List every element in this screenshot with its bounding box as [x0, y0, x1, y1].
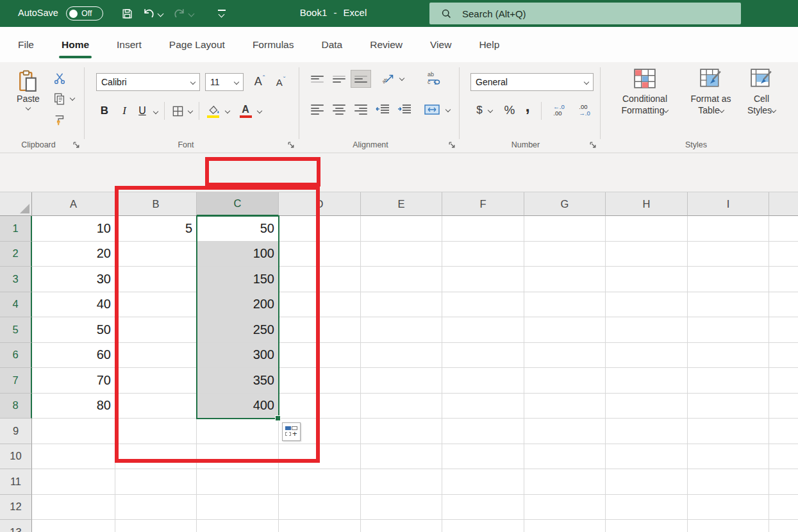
cell-D4[interactable]: [279, 292, 361, 318]
autosave-toggle[interactable]: Off: [66, 6, 103, 21]
alignment-dialog-launcher[interactable]: [448, 141, 456, 149]
column-header-C[interactable]: C: [197, 192, 279, 216]
cell-B8[interactable]: [115, 394, 197, 419]
cell-C4[interactable]: 200: [197, 292, 279, 318]
cell-B13[interactable]: [115, 520, 197, 532]
column-header-B[interactable]: B: [115, 192, 197, 216]
cell-F3[interactable]: [442, 267, 524, 292]
cell-G8[interactable]: [524, 394, 606, 419]
cell-B3[interactable]: [115, 267, 197, 292]
cell-B11[interactable]: [115, 469, 197, 495]
merge-center-dropdown[interactable]: [444, 105, 453, 114]
tab-file[interactable]: File: [17, 35, 35, 54]
row-header-6[interactable]: 6: [0, 343, 32, 369]
cell-A13[interactable]: [32, 520, 115, 532]
wrap-text-button[interactable]: ab c: [424, 69, 444, 87]
align-left-button[interactable]: [308, 101, 327, 118]
column-header-I[interactable]: I: [688, 192, 769, 216]
font-name-select[interactable]: Calibri: [96, 73, 200, 91]
top-align-button[interactable]: [308, 71, 327, 87]
tab-view[interactable]: View: [429, 35, 453, 54]
redo-dropdown[interactable]: [186, 6, 196, 21]
cut-button[interactable]: [51, 70, 68, 87]
column-header-partial[interactable]: [769, 192, 798, 216]
cell-D13[interactable]: [279, 520, 361, 532]
cell-D7[interactable]: [279, 368, 361, 394]
cell-partial-9[interactable]: [769, 419, 798, 444]
cell-C6[interactable]: 300: [197, 343, 279, 369]
font-color-dropdown[interactable]: [255, 106, 264, 115]
cell-partial-2[interactable]: [769, 242, 798, 267]
decrease-font-size-button[interactable]: Aˇ: [272, 73, 290, 91]
cell-partial-5[interactable]: [769, 317, 798, 343]
cell-B10[interactable]: [115, 444, 197, 470]
cell-H4[interactable]: [606, 292, 688, 318]
middle-align-button[interactable]: [329, 71, 349, 87]
cell-A8[interactable]: 80: [32, 394, 115, 419]
cell-H10[interactable]: [606, 444, 688, 470]
cell-F2[interactable]: [442, 242, 524, 267]
currency-format-button[interactable]: $: [473, 101, 486, 119]
column-header-E[interactable]: E: [361, 192, 442, 216]
comma-format-button[interactable]: ,: [522, 97, 533, 115]
cell-D8[interactable]: [279, 394, 361, 419]
row-header-7[interactable]: 7: [0, 368, 32, 394]
underline-dropdown[interactable]: [151, 107, 160, 116]
cell-F1[interactable]: [442, 216, 524, 242]
cell-partial-11[interactable]: [769, 469, 798, 495]
cell-partial-13[interactable]: [769, 520, 798, 532]
cell-E10[interactable]: [361, 444, 442, 470]
cell-I10[interactable]: [688, 444, 769, 470]
conditional-formatting-button[interactable]: Conditional Formatting: [610, 67, 679, 116]
clipboard-dialog-launcher[interactable]: [72, 141, 81, 149]
cell-B1[interactable]: 5: [115, 216, 197, 242]
cell-I8[interactable]: [688, 394, 769, 419]
row-header-2[interactable]: 2: [0, 242, 32, 267]
cell-partial-7[interactable]: [769, 368, 798, 394]
row-header-4[interactable]: 4: [0, 292, 32, 318]
cell-F6[interactable]: [442, 343, 524, 369]
cell-H11[interactable]: [606, 469, 688, 495]
currency-dropdown[interactable]: [486, 106, 495, 115]
cell-D3[interactable]: [279, 267, 361, 292]
orientation-button[interactable]: ab: [379, 69, 397, 87]
cell-E12[interactable]: [361, 495, 442, 520]
cell-B5[interactable]: [115, 317, 197, 343]
tab-help[interactable]: Help: [478, 35, 501, 54]
cell-E4[interactable]: [361, 292, 442, 318]
cell-A9[interactable]: [32, 419, 115, 444]
cell-H9[interactable]: [606, 419, 688, 444]
format-painter-button[interactable]: [51, 112, 68, 129]
cell-G12[interactable]: [524, 495, 606, 520]
cell-F13[interactable]: [442, 520, 524, 532]
cell-E3[interactable]: [361, 267, 442, 292]
cell-I11[interactable]: [688, 469, 769, 495]
column-header-F[interactable]: F: [442, 192, 524, 216]
align-center-button[interactable]: [329, 101, 349, 118]
autofill-options-button[interactable]: +: [282, 422, 301, 441]
cell-partial-4[interactable]: [769, 292, 798, 318]
cell-A2[interactable]: 20: [32, 242, 115, 267]
font-dialog-launcher[interactable]: [287, 141, 295, 149]
tab-home[interactable]: Home: [60, 35, 90, 54]
cell-C12[interactable]: [197, 495, 279, 520]
cell-B12[interactable]: [115, 495, 197, 520]
cell-H2[interactable]: [606, 242, 688, 267]
row-header-10[interactable]: 10: [0, 444, 32, 470]
cell-G3[interactable]: [524, 267, 606, 292]
cell-F7[interactable]: [442, 368, 524, 394]
row-header-13[interactable]: 13: [0, 520, 32, 532]
cell-H5[interactable]: [606, 317, 688, 343]
cell-A12[interactable]: [32, 495, 115, 520]
cell-H13[interactable]: [606, 520, 688, 532]
cell-E11[interactable]: [361, 469, 442, 495]
number-dialog-launcher[interactable]: [589, 141, 597, 149]
column-header-D[interactable]: D: [279, 192, 361, 216]
cell-E9[interactable]: [361, 419, 442, 444]
cell-G5[interactable]: [524, 317, 606, 343]
cell-H12[interactable]: [606, 495, 688, 520]
row-header-12[interactable]: 12: [0, 495, 32, 520]
cell-H7[interactable]: [606, 368, 688, 394]
tab-review[interactable]: Review: [369, 35, 404, 54]
cell-H3[interactable]: [606, 267, 688, 292]
